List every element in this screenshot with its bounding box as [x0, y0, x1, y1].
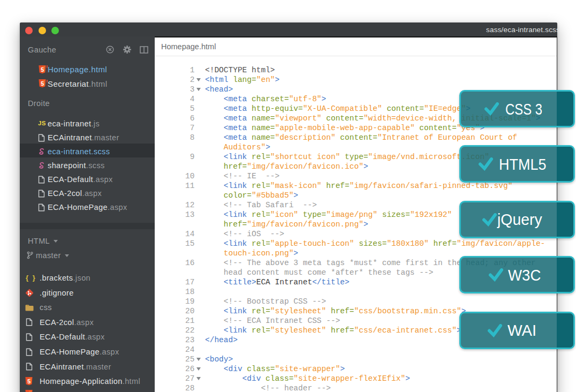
svg-text:5: 5: [27, 378, 31, 385]
svg-text:5: 5: [41, 66, 44, 73]
svg-text:5: 5: [41, 80, 44, 87]
